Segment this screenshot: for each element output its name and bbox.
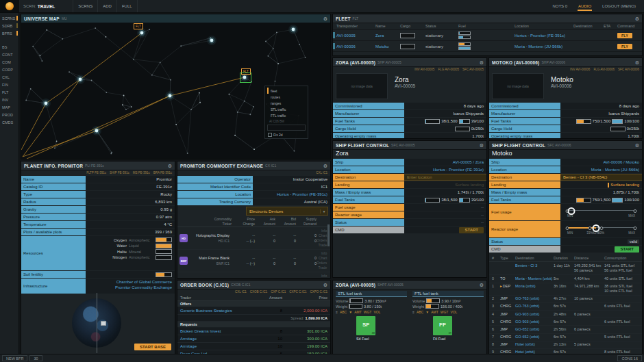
gear-icon[interactable]: ⚙: [635, 60, 639, 65]
context-link[interactable]: FLTP FE-391c: [86, 171, 106, 174]
sidebar-item-sdrb[interactable]: SDRB: [0, 22, 18, 29]
slider[interactable]: MINMAX: [567, 205, 635, 220]
sfc-location-link[interactable]: Moria - Montem (JU-566b): [591, 168, 639, 172]
topbar-button-scrns[interactable]: SCRNS: [73, 0, 97, 12]
trader-link[interactable]: Armitage: [180, 344, 255, 348]
fly-button[interactable]: FLY: [617, 44, 632, 49]
commodity-ticker-icon[interactable]: HD: [179, 234, 188, 242]
fleet-transponder-link[interactable]: AVI-00005: [336, 34, 375, 38]
map-layer-toggle-ranges[interactable]: ranges: [267, 100, 306, 106]
gear-icon[interactable]: ⚙: [635, 16, 639, 21]
context-link[interactable]: FLG AVI-00005: [438, 68, 459, 71]
context-link[interactable]: CXL IC1: [316, 171, 327, 174]
sidebar-item-cxl[interactable]: CXL: [0, 73, 18, 81]
start-base-button[interactable]: START BASE: [134, 344, 171, 350]
map-layer-toggle-routes[interactable]: routes: [267, 94, 306, 100]
flight-dest-link[interactable]: GO-763 (orbit): [515, 296, 554, 301]
category-dropdown[interactable]: Electronic Devices▾: [246, 207, 328, 216]
fly-button[interactable]: FLY: [617, 33, 632, 38]
sidebar-item-inv[interactable]: INV: [0, 96, 18, 103]
topbar-button-add[interactable]: ADD: [97, 0, 116, 12]
gear-icon[interactable]: ⚙: [323, 283, 327, 287]
context-link[interactable]: CXPO C.IC1: [310, 290, 327, 294]
flight-dest-link[interactable]: Moria - Montem (orbit): [515, 276, 554, 281]
context-link[interactable]: CXP C.IC1: [271, 290, 286, 294]
gear-icon[interactable]: ⚙: [635, 143, 639, 148]
sfc-ship-link[interactable]: AVI-00005 / Zora: [453, 160, 484, 164]
fleet-name-link[interactable]: Zora: [375, 34, 400, 38]
fuel-item-tile[interactable]: FF39: [433, 316, 452, 335]
sort-bar[interactable]: ≡ABC▼AMTWGTVOL: [412, 310, 484, 314]
context-link[interactable]: SFC AVI-00005: [462, 68, 484, 71]
new-buffer-button[interactable]: NEW BFR: [2, 355, 27, 361]
fleet-location-link[interactable]: Hortus - Promitor (FE-391c): [515, 34, 573, 38]
logout-button[interactable]: LOGOUT (MENO): [597, 0, 641, 12]
universe-map[interactable]: FLTFLTfleetroutesrangesSTL trafficFTL tr…: [21, 23, 330, 159]
map-layer-toggle-ftl-traffic[interactable]: FTL traffic: [267, 112, 306, 118]
gear-icon[interactable]: ⚙: [323, 16, 327, 21]
gear-icon[interactable]: ⚙: [480, 60, 484, 65]
flight-dest-link[interactable]: Moria (orbit): [515, 284, 554, 289]
sidebar-item-cont[interactable]: CONT: [0, 51, 18, 58]
start-button[interactable]: START: [459, 227, 484, 233]
notifications-button[interactable]: NOTS 0: [547, 0, 573, 12]
sidebar-item-flt[interactable]: FLT: [0, 88, 18, 96]
sidebar-item-prod[interactable]: PROD: [0, 111, 18, 118]
gear-icon[interactable]: ⚙: [323, 164, 327, 168]
start-button[interactable]: START: [615, 246, 639, 253]
sidebar-item-bfrs[interactable]: BFRS: [0, 29, 18, 37]
flight-dest-link[interactable]: GO-763 (orbit): [515, 304, 554, 309]
flight-dest-link[interactable]: GO-652 (orbit): [515, 335, 554, 339]
context-link[interactable]: BRA FE-391c: [153, 171, 172, 174]
scrollbar-thumb[interactable]: [327, 224, 330, 246]
fleet-name-link[interactable]: Motoko: [375, 44, 400, 49]
audio-button[interactable]: AUDIO: [573, 0, 597, 12]
trader-link[interactable]: Broken Dreams Invest: [180, 329, 255, 333]
infrastructure-link[interactable]: Promitor Commodity Exchange: [115, 285, 172, 289]
surface-landing-toggle[interactable]: Surface landing: [455, 183, 484, 187]
destination-input[interactable]: Enter location: [407, 175, 432, 179]
fleet-transponder-link[interactable]: AVI-00006: [336, 44, 375, 49]
sidebar-item-corp[interactable]: CORP: [0, 66, 18, 73]
context-link[interactable]: SHIP FE-391c: [110, 171, 129, 174]
flight-dest-link[interactable]: GO-903 (orbit): [515, 312, 554, 317]
sfc-ship-link[interactable]: AVI-00006 / Motoko: [603, 160, 639, 164]
sidebar-item-cmds[interactable]: CMDS: [0, 118, 18, 126]
map-layer-toggle-fleet[interactable]: fleet: [267, 88, 306, 94]
slider[interactable]: MIN33%42%50%MAX: [567, 222, 635, 237]
planet-globe[interactable]: [72, 298, 121, 348]
fix-2d-toggle[interactable]: Fix 2d: [267, 133, 306, 137]
flight-dest-link[interactable]: GO-652 (orbit): [515, 327, 554, 332]
gear-icon[interactable]: ⚙: [480, 283, 484, 287]
fleet-location-link[interactable]: Moria - Montem (JU-566b): [515, 44, 573, 49]
slider-handle[interactable]: [567, 207, 575, 215]
gear-icon[interactable]: ⚙: [480, 143, 484, 148]
sort-bar[interactable]: ≡ABC▼AMTWGTVOL: [336, 310, 407, 314]
map-layer-toggle-stl-traffic[interactable]: STL traffic: [267, 106, 306, 112]
flight-dest-link[interactable]: Benten - CI 3: [515, 263, 554, 268]
context-link[interactable]: SFC AVI-00006: [618, 68, 639, 71]
context-link[interactable]: CXOB C.IC1: [250, 290, 268, 294]
map-search-input[interactable]: [267, 125, 306, 131]
context-link[interactable]: CXPC C.IC1: [289, 290, 306, 294]
console-button[interactable]: CONS 16: [617, 355, 642, 361]
context-link[interactable]: INV AVI-00005: [414, 68, 434, 71]
gear-icon[interactable]: ⚙: [168, 164, 172, 168]
sfc-location-link[interactable]: Hortus - Promitor (FE-391c): [433, 168, 484, 172]
sidebar-item-bs[interactable]: BS: [0, 43, 18, 51]
sidebar-item-map[interactable]: MAP: [0, 103, 18, 111]
app-logo-icon[interactable]: [0, 0, 19, 12]
sidebar-item-scrns[interactable]: SCRNS: [0, 14, 18, 22]
commodity-ticker-icon[interactable]: BMF: [179, 257, 188, 265]
context-link[interactable]: CXL IC1: [235, 290, 247, 294]
topbar-button-full[interactable]: FULL: [116, 0, 138, 12]
fleet-map-tag[interactable]: FLT: [134, 23, 143, 29]
sidebar-item-com[interactable]: COM: [0, 58, 18, 66]
cx-location-link[interactable]: Hortus - Promitor (FE-391c): [277, 192, 327, 196]
flight-dest-link[interactable]: Hotei (orbit): [515, 342, 554, 347]
context-link[interactable]: FLG AVI-00006: [593, 68, 615, 71]
destination-input[interactable]: Benten - CI 3 (NB-654c): [563, 175, 607, 179]
infrastructure-link[interactable]: Chamber of Global Commerce: [116, 280, 172, 284]
trader-link[interactable]: Armitage: [180, 337, 255, 341]
trader-link[interactable]: Generic Business Strategies: [180, 309, 255, 313]
